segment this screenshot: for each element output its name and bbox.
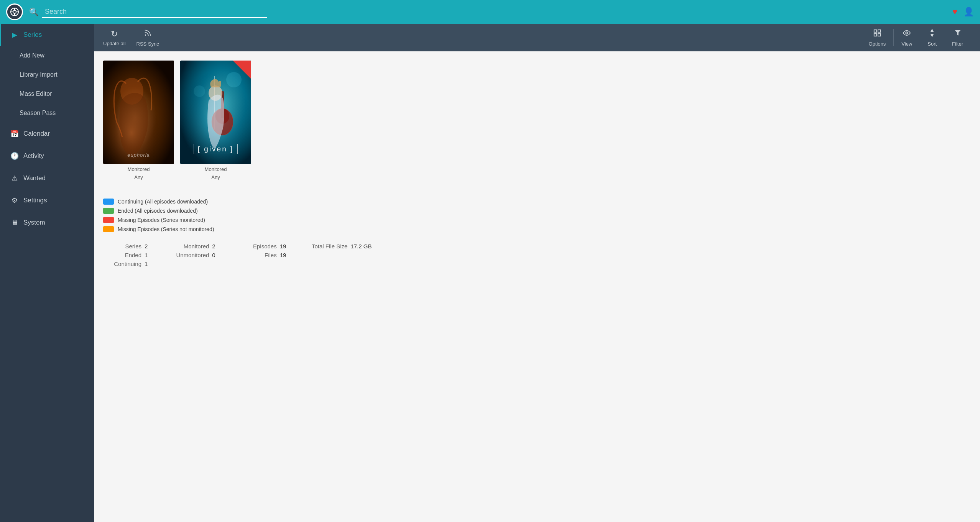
season-pass-label: Season Pass	[20, 110, 56, 117]
rss-sync-button[interactable]: RSS Sync	[136, 29, 159, 47]
rss-sync-label: RSS Sync	[136, 41, 159, 47]
stats-row-unmonitored: Unmonitored 0	[171, 252, 215, 258]
continuing-stat-value: 1	[145, 261, 148, 267]
monitored-stat-value: 2	[212, 243, 215, 250]
ended-stat-label: Ended	[103, 252, 141, 258]
card-status-given: Monitored	[205, 166, 227, 172]
sidebar-item-calendar[interactable]: 📅 Calendar	[0, 123, 94, 145]
app-logo[interactable]	[6, 3, 23, 20]
update-all-label: Update all	[103, 41, 126, 46]
rss-icon	[143, 29, 152, 39]
legend-text-ended: Ended (All episodes downloaded)	[118, 208, 198, 214]
sidebar-item-system[interactable]: 🖥 System	[0, 212, 94, 233]
stats-col-2: Monitored 2 Unmonitored 0	[171, 243, 215, 267]
sidebar-item-settings[interactable]: ⚙ Settings	[0, 189, 94, 212]
sidebar-item-mass-editor[interactable]: Mass Editor	[0, 84, 94, 103]
heart-icon[interactable]: ♥	[952, 7, 957, 17]
sidebar-item-season-pass[interactable]: Season Pass	[0, 103, 94, 123]
series-stat-value: 2	[145, 243, 148, 250]
sidebar-item-wanted[interactable]: ⚠ Wanted	[0, 167, 94, 189]
sidebar-item-library-import[interactable]: Library Import	[0, 65, 94, 84]
series-poster-euphoria: euphoria	[103, 61, 174, 164]
calendar-icon: 📅	[10, 130, 19, 138]
continuing-stat-label: Continuing	[103, 261, 141, 267]
settings-label: Settings	[23, 197, 47, 204]
stats-col-3: Episodes 19 Files 19	[238, 243, 286, 267]
calendar-label: Calendar	[23, 130, 50, 138]
series-list: euphoria Monitored Any	[103, 61, 971, 180]
series-stat-label: Series	[103, 243, 141, 250]
stats: Series 2 Ended 1 Continuing 1 Monitored	[94, 235, 980, 276]
user-icon[interactable]: 👤	[964, 7, 974, 17]
sort-icon	[928, 29, 936, 39]
main-layout: ▶ Series Add New Library Import Mass Edi…	[0, 24, 980, 522]
view-button[interactable]: View	[894, 29, 920, 47]
stats-row-episodes: Episodes 19	[238, 243, 286, 250]
series-card-euphoria[interactable]: euphoria Monitored Any	[103, 61, 174, 180]
svg-point-1	[13, 10, 16, 13]
sidebar-item-activity[interactable]: 🕐 Activity	[0, 145, 94, 167]
red-corner-tag	[233, 61, 251, 79]
episodes-stat-label: Episodes	[238, 243, 277, 250]
wanted-label: Wanted	[23, 174, 46, 182]
legend-item-missing-monitored: Missing Episodes (Series monitored)	[103, 217, 971, 223]
play-icon: ▶	[10, 31, 19, 39]
legend-text-missing-unmonitored: Missing Episodes (Series not monitored)	[118, 226, 214, 232]
stats-row-monitored: Monitored 2	[171, 243, 215, 250]
series-grid: euphoria Monitored Any	[94, 51, 980, 189]
settings-icon: ⚙	[10, 196, 19, 205]
refresh-icon: ↻	[111, 29, 118, 39]
wanted-icon: ⚠	[10, 174, 19, 182]
legend-item-ended: Ended (All episodes downloaded)	[103, 208, 971, 214]
legend-text-continuing: Continuing (All episodes downloaded)	[118, 199, 208, 205]
topbar: 🔍 ♥ 👤	[0, 0, 980, 24]
stats-row-total-file-size: Total File Size 17.2 GB	[309, 243, 372, 250]
sort-button[interactable]: Sort	[920, 29, 944, 47]
files-stat-label: Files	[238, 252, 277, 258]
search-icon: 🔍	[29, 7, 39, 16]
update-all-button[interactable]: ↻ Update all	[103, 29, 126, 46]
legend-color-green	[103, 208, 114, 214]
filter-label: Filter	[952, 41, 963, 47]
sort-label: Sort	[927, 41, 937, 47]
search-input[interactable]	[42, 6, 267, 18]
activity-icon: 🕐	[10, 152, 19, 160]
search-container: 🔍	[29, 6, 267, 18]
stats-row-ended: Ended 1	[103, 252, 148, 258]
svg-rect-9	[874, 33, 876, 36]
topbar-right: ♥ 👤	[952, 7, 974, 17]
options-label: Options	[869, 41, 886, 47]
legend-color-blue	[103, 199, 114, 205]
mass-editor-label: Mass Editor	[20, 90, 52, 97]
legend-color-red	[103, 217, 114, 223]
ended-stat-value: 1	[145, 252, 148, 258]
sidebar-series-label: Series	[23, 31, 42, 39]
series-card-given[interactable]: [ given ] Monitored Any	[180, 61, 251, 180]
system-icon: 🖥	[10, 218, 19, 227]
view-icon	[903, 29, 911, 39]
toolbar: ↻ Update all RSS Sync	[94, 24, 980, 51]
legend-color-orange	[103, 226, 114, 232]
legend: Continuing (All episodes downloaded) End…	[94, 189, 980, 232]
svg-rect-10	[878, 33, 880, 36]
svg-rect-7	[874, 30, 876, 32]
filter-button[interactable]: Filter	[944, 29, 971, 47]
unmonitored-stat-label: Unmonitored	[171, 252, 209, 258]
svg-point-6	[145, 34, 146, 36]
episodes-stat-value: 19	[280, 243, 286, 250]
svg-rect-8	[878, 30, 880, 32]
stats-row-series: Series 2	[103, 243, 148, 250]
card-quality-given: Any	[211, 174, 220, 180]
options-button[interactable]: Options	[861, 29, 894, 47]
system-label: System	[23, 219, 45, 227]
legend-item-continuing: Continuing (All episodes downloaded)	[103, 199, 971, 205]
series-poster-given: [ given ]	[180, 61, 251, 164]
stats-row-continuing: Continuing 1	[103, 261, 148, 267]
sidebar-item-add-new[interactable]: Add New	[0, 46, 94, 65]
filter-icon	[954, 29, 962, 39]
stats-col-4: Total File Size 17.2 GB	[309, 243, 372, 267]
total-file-size-stat-label: Total File Size	[309, 243, 347, 250]
sidebar-item-series[interactable]: ▶ Series	[0, 24, 94, 46]
library-import-label: Library Import	[20, 71, 58, 78]
add-new-label: Add New	[20, 52, 44, 59]
